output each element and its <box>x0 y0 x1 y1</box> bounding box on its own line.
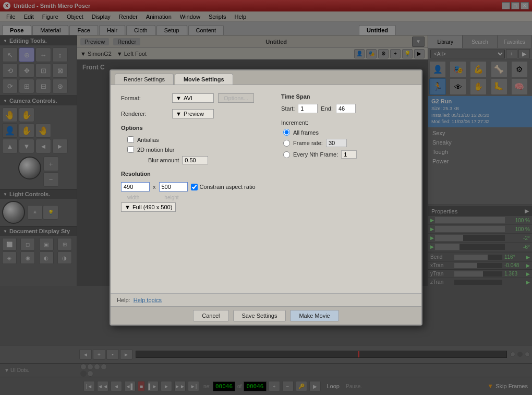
render-settings-modal: Render Settings Movie Settings Format: ▼… <box>110 69 422 326</box>
every-nth-label: Every Nth Frame: <box>293 151 338 158</box>
end-label: End: <box>321 105 333 112</box>
blur-amount-row: Blur amount <box>121 156 267 164</box>
multiply-symbol: x <box>153 184 156 190</box>
every-nth-radio[interactable] <box>283 151 290 158</box>
preset-dropdown[interactable]: ▼ Full (490 x 500) <box>121 202 176 212</box>
options-section: Options Antialias 2D motion blur Blur am… <box>121 125 267 164</box>
nth-input[interactable] <box>341 150 357 159</box>
options-button[interactable]: Options... <box>218 93 254 103</box>
modal-body: Format: ▼ AVI Options... Renderer: ▼ Pre… <box>111 85 421 293</box>
resolution-inputs-row: x Constrain aspect ratio <box>121 182 267 191</box>
renderer-row: Renderer: ▼ Preview <box>121 109 267 118</box>
renderer-value: Preview <box>184 111 204 117</box>
start-input[interactable] <box>298 104 318 113</box>
renderer-arrow: ▼ <box>176 111 182 117</box>
renderer-label: Renderer: <box>121 111 168 117</box>
renderer-dropdown[interactable]: ▼ Preview <box>172 109 214 118</box>
motion-blur-checkbox[interactable] <box>127 146 134 153</box>
all-frames-row: All frames <box>281 129 406 136</box>
preset-row: ▼ Full (490 x 500) <box>121 202 267 212</box>
format-arrow: ▼ <box>176 95 182 101</box>
format-value: AVI <box>184 95 192 101</box>
format-label: Format: <box>121 95 168 101</box>
width-label: width <box>127 195 139 200</box>
constrain-label: Constrain aspect ratio <box>200 184 256 190</box>
frame-rate-radio[interactable] <box>283 140 290 147</box>
format-dropdown[interactable]: ▼ AVI <box>172 93 214 103</box>
resolution-section-title: Resolution <box>121 171 267 177</box>
all-frames-label: All frames <box>293 129 319 136</box>
start-label: Start: <box>281 105 295 112</box>
constrain-row: Constrain aspect ratio <box>191 184 256 190</box>
preset-arrow: ▼ <box>125 204 130 210</box>
height-label: height <box>164 195 178 200</box>
blur-amount-input[interactable] <box>182 156 208 164</box>
antialias-label: Antialias <box>137 137 159 143</box>
frame-rate-row: Frame rate: <box>281 139 406 147</box>
render-settings-tab[interactable]: Render Settings <box>115 74 174 85</box>
antialias-checkbox[interactable] <box>127 136 134 143</box>
modal-footer: Help: Help topics <box>111 293 421 306</box>
time-span-row: Start: End: <box>281 104 406 113</box>
increment-section: Increment: All frames Frame rate: Every … <box>281 119 406 159</box>
format-row: Format: ▼ AVI Options... <box>121 93 267 103</box>
height-input[interactable] <box>159 182 188 191</box>
preset-value: Full (490 x 500) <box>132 204 172 210</box>
motion-blur-row: 2D motion blur <box>121 146 267 153</box>
antialias-row: Antialias <box>121 136 267 143</box>
help-label: Help: <box>117 297 130 303</box>
frame-rate-input[interactable] <box>326 139 347 147</box>
all-frames-radio[interactable] <box>283 129 290 136</box>
increment-title: Increment: <box>281 119 406 126</box>
options-section-title: Options <box>121 125 267 131</box>
time-span-title: Time Span <box>281 93 406 100</box>
frame-rate-label: Frame rate: <box>293 140 323 146</box>
resolution-section: Resolution x Constrain aspect ratio widt… <box>121 171 267 212</box>
help-link[interactable]: Help topics <box>134 297 162 303</box>
end-input[interactable] <box>336 104 356 113</box>
cancel-button[interactable]: Cancel <box>193 310 228 321</box>
width-input[interactable] <box>121 182 150 191</box>
make-movie-button[interactable]: Make Movie <box>290 310 338 321</box>
movie-settings-tab[interactable]: Movie Settings <box>175 74 233 85</box>
modal-buttons-row: Cancel Save Settings Make Movie <box>111 306 421 325</box>
modal-tabs: Render Settings Movie Settings <box>111 70 421 85</box>
modal-overlay: Render Settings Movie Settings Format: ▼… <box>0 0 532 395</box>
every-nth-row: Every Nth Frame: <box>281 150 406 159</box>
constrain-checkbox[interactable] <box>191 184 198 190</box>
blur-amount-label: Blur amount <box>148 157 179 163</box>
motion-blur-label: 2D motion blur <box>137 147 175 153</box>
save-settings-button[interactable]: Save Settings <box>233 310 286 321</box>
